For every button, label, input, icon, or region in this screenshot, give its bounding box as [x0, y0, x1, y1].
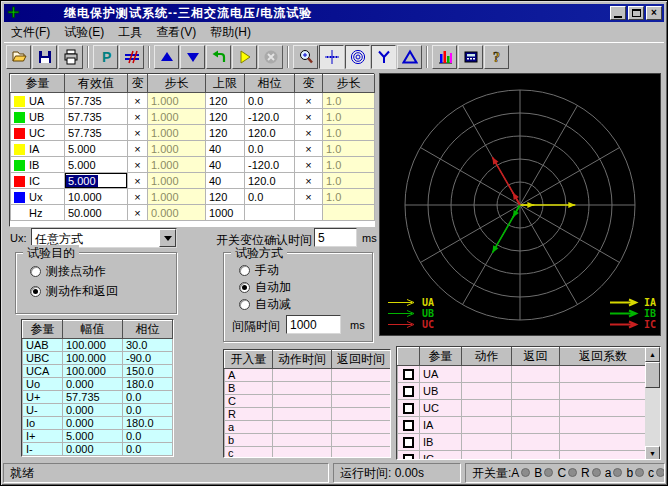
step-cell[interactable]: 1.000 — [148, 125, 206, 141]
vary-cell[interactable]: × — [295, 189, 323, 205]
value-cell[interactable]: 57.735 — [65, 93, 128, 109]
radio-action-and-return[interactable]: 测动作和返回 — [30, 284, 118, 298]
step-cell[interactable]: 1.0 — [323, 141, 375, 157]
print-button[interactable] — [58, 45, 83, 69]
phase-cell[interactable] — [245, 205, 295, 221]
phase-cell[interactable]: 120.0 — [245, 125, 295, 141]
vary-cell[interactable]: × — [128, 93, 148, 109]
limit-cell[interactable]: 120 — [206, 109, 245, 125]
vary-cell[interactable]: × — [295, 141, 323, 157]
vary-cell[interactable]: × — [295, 109, 323, 125]
phase-cell[interactable]: 120.0 — [245, 173, 295, 189]
parameter-button[interactable]: P — [93, 45, 118, 69]
vary-cell[interactable]: × — [128, 141, 148, 157]
scroll-thumb[interactable] — [645, 362, 660, 388]
vary-cell[interactable]: × — [295, 157, 323, 173]
limit-cell[interactable]: 40 — [206, 173, 245, 189]
row-checkbox[interactable] — [403, 454, 414, 460]
wye-connection-button[interactable] — [371, 45, 396, 69]
phase-cell[interactable]: 0.0 — [245, 141, 295, 157]
confirm-time-input[interactable] — [314, 228, 357, 247]
radio-manual[interactable]: 手动 — [239, 263, 279, 277]
maximize-button[interactable] — [628, 6, 644, 20]
value-cell[interactable]: 57.735 — [65, 125, 128, 141]
close-button[interactable]: × — [646, 6, 662, 20]
step-cell[interactable]: 0.000 — [148, 205, 206, 221]
vertical-scrollbar[interactable]: ▲ ▼ — [645, 347, 660, 460]
step-cell[interactable]: 1.000 — [148, 173, 206, 189]
step-cell[interactable] — [323, 205, 375, 221]
step-cell[interactable]: 1.000 — [148, 141, 206, 157]
value-cell[interactable]: 10.000 — [65, 189, 128, 205]
value-cell[interactable]: 5.000 — [65, 173, 128, 189]
undo-button[interactable] — [206, 45, 231, 69]
menu-item[interactable]: 工具 — [111, 23, 149, 42]
phase-cell[interactable]: -120.0 — [245, 109, 295, 125]
step-cell[interactable]: 1.0 — [323, 109, 375, 125]
menu-item[interactable]: 帮助(H) — [203, 23, 258, 42]
row-checkbox[interactable] — [403, 369, 414, 380]
step-cell[interactable]: 1.000 — [148, 109, 206, 125]
phase-cell[interactable]: 0.0 — [245, 93, 295, 109]
value-cell[interactable]: 50.000 — [65, 205, 128, 221]
vary-cell[interactable]: × — [295, 173, 323, 189]
bar-graph-button[interactable] — [432, 45, 457, 69]
row-checkbox[interactable] — [403, 437, 414, 448]
save-button[interactable] — [32, 45, 57, 69]
limit-cell[interactable]: 120 — [206, 93, 245, 109]
delta-connection-button[interactable] — [397, 45, 422, 69]
phase-sequence-button[interactable] — [119, 45, 144, 69]
axes-grid-button[interactable] — [319, 45, 344, 69]
menu-item[interactable]: 文件(F) — [4, 23, 57, 42]
radio-contact-action[interactable]: 测接点动作 — [30, 264, 106, 278]
limit-cell[interactable]: 40 — [206, 157, 245, 173]
limit-cell[interactable]: 40 — [206, 141, 245, 157]
step-cell[interactable]: 1.000 — [148, 157, 206, 173]
limit-cell[interactable]: 120 — [206, 189, 245, 205]
menu-item[interactable]: 查看(V) — [149, 23, 203, 42]
zoom-button[interactable] — [293, 45, 318, 69]
vary-cell[interactable]: × — [128, 157, 148, 173]
vary-cell[interactable]: × — [295, 125, 323, 141]
scroll-up-button[interactable]: ▲ — [645, 347, 660, 362]
step-cell[interactable]: 1.000 — [148, 189, 206, 205]
start-button[interactable] — [232, 45, 257, 69]
minimize-button[interactable] — [610, 6, 626, 20]
step-cell[interactable]: 1.0 — [323, 189, 375, 205]
vary-cell[interactable]: × — [295, 93, 323, 109]
vary-cell[interactable]: × — [128, 173, 148, 189]
raise-button[interactable] — [154, 45, 179, 69]
radio-auto-increase[interactable]: 自动加 — [239, 280, 291, 294]
limit-cell[interactable]: 120 — [206, 125, 245, 141]
help-button[interactable]: ? — [484, 45, 509, 69]
calculator-button[interactable] — [458, 45, 483, 69]
value-cell[interactable]: 5.000 — [65, 157, 128, 173]
menu-item[interactable]: 试验(E) — [57, 23, 111, 42]
step-cell[interactable]: 1.0 — [323, 173, 375, 189]
test-purpose-title: 试验目的 — [23, 245, 79, 262]
step-cell[interactable]: 1.000 — [148, 93, 206, 109]
open-button[interactable] — [6, 45, 31, 69]
limit-cell[interactable]: 1000 — [206, 205, 245, 221]
row-checkbox[interactable] — [403, 386, 414, 397]
vary-cell[interactable] — [295, 205, 323, 221]
row-checkbox[interactable] — [403, 420, 414, 431]
vary-cell[interactable]: × — [128, 189, 148, 205]
lower-button[interactable] — [180, 45, 205, 69]
vary-cell[interactable]: × — [128, 125, 148, 141]
step-cell[interactable]: 1.0 — [323, 157, 375, 173]
step-cell[interactable]: 1.0 — [323, 125, 375, 141]
value-cell[interactable]: 5.000 — [65, 141, 128, 157]
phase-cell[interactable]: -120.0 — [245, 157, 295, 173]
phase-cell[interactable]: 0.0 — [245, 189, 295, 205]
combo-dropdown-button[interactable] — [159, 229, 176, 247]
interval-input[interactable] — [286, 315, 341, 334]
vary-cell[interactable]: × — [128, 205, 148, 221]
radio-auto-decrease[interactable]: 自动减 — [239, 297, 291, 311]
step-cell[interactable]: 1.0 — [323, 93, 375, 109]
polar-circles-button[interactable] — [345, 45, 370, 69]
value-cell[interactable]: 57.735 — [65, 109, 128, 125]
row-checkbox[interactable] — [403, 403, 414, 414]
scroll-down-button[interactable]: ▼ — [645, 446, 660, 460]
vary-cell[interactable]: × — [128, 109, 148, 125]
